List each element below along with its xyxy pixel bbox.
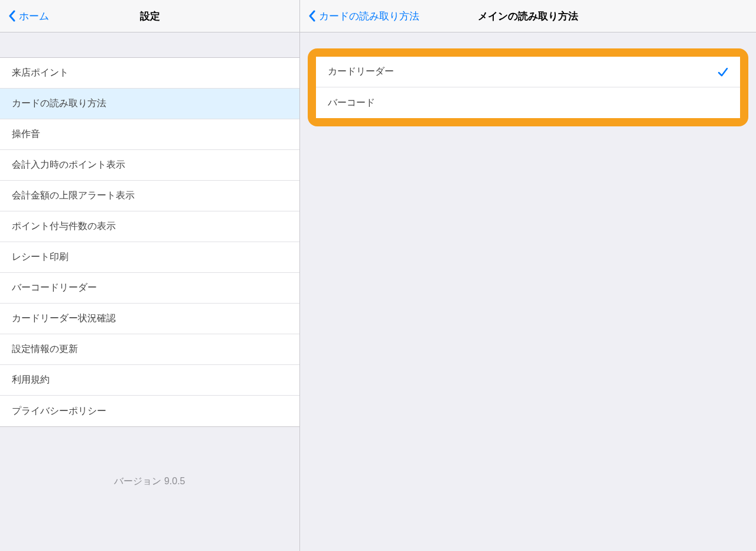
settings-item[interactable]: カードリーダー状況確認: [0, 304, 299, 334]
left-nav-title: 設定: [140, 9, 160, 23]
option-item-label: バーコード: [328, 97, 375, 109]
right-nav-title: メインの読み取り方法: [478, 9, 578, 23]
settings-item[interactable]: 設定情報の更新: [0, 334, 299, 365]
settings-item[interactable]: 会計入力時のポイント表示: [0, 150, 299, 181]
back-label-home: ホーム: [19, 9, 49, 23]
settings-list: 来店ポイントカードの読み取り方法操作音会計入力時のポイント表示会計金額の上限アラ…: [0, 57, 299, 427]
settings-item-label: 利用規約: [12, 374, 50, 386]
version-label: バージョン 9.0.5: [0, 427, 299, 551]
settings-item[interactable]: 利用規約: [0, 365, 299, 396]
settings-item-label: 会計金額の上限アラート表示: [12, 190, 135, 202]
settings-item-label: 操作音: [12, 128, 40, 141]
highlight-box: カードリーダーバーコード: [308, 48, 748, 126]
right-nav-header: カードの読み取り方法 メインの読み取り方法: [300, 0, 756, 32]
settings-item-label: レシート印刷: [12, 251, 69, 263]
option-item[interactable]: カードリーダー: [316, 57, 740, 87]
check-icon: [718, 67, 728, 77]
back-button-card-reading[interactable]: カードの読み取り方法: [300, 9, 419, 23]
settings-item[interactable]: 操作音: [0, 119, 299, 150]
settings-item-label: 設定情報の更新: [12, 343, 78, 356]
settings-item[interactable]: バーコードリーダー: [0, 273, 299, 304]
chevron-left-icon: [8, 10, 15, 22]
option-item-label: カードリーダー: [328, 66, 394, 78]
chevron-left-icon: [308, 10, 315, 22]
settings-item[interactable]: ポイント付与件数の表示: [0, 211, 299, 242]
settings-item[interactable]: カードの読み取り方法: [0, 89, 299, 119]
settings-item-label: ポイント付与件数の表示: [12, 220, 116, 233]
left-nav-header: ホーム 設定: [0, 0, 299, 32]
settings-item[interactable]: 来店ポイント: [0, 58, 299, 89]
option-item[interactable]: バーコード: [316, 87, 740, 118]
options-list: カードリーダーバーコード: [316, 57, 740, 118]
back-button-home[interactable]: ホーム: [0, 9, 49, 23]
back-label-card-reading: カードの読み取り方法: [319, 9, 419, 23]
settings-item-label: 来店ポイント: [12, 67, 69, 79]
settings-item[interactable]: レシート印刷: [0, 242, 299, 273]
settings-item-label: カードの読み取り方法: [12, 97, 106, 110]
settings-item-label: プライバシーポリシー: [12, 405, 106, 418]
settings-spacer: [0, 32, 299, 57]
settings-item-label: バーコードリーダー: [12, 282, 97, 294]
right-panel: カードの読み取り方法 メインの読み取り方法 カードリーダーバーコード: [300, 0, 756, 551]
left-panel: ホーム 設定 来店ポイントカードの読み取り方法操作音会計入力時のポイント表示会計…: [0, 0, 300, 551]
settings-item-label: カードリーダー状況確認: [12, 312, 116, 325]
right-content: カードリーダーバーコード: [300, 32, 756, 142]
settings-item[interactable]: プライバシーポリシー: [0, 396, 299, 426]
settings-item[interactable]: 会計金額の上限アラート表示: [0, 181, 299, 211]
settings-item-label: 会計入力時のポイント表示: [12, 159, 125, 171]
